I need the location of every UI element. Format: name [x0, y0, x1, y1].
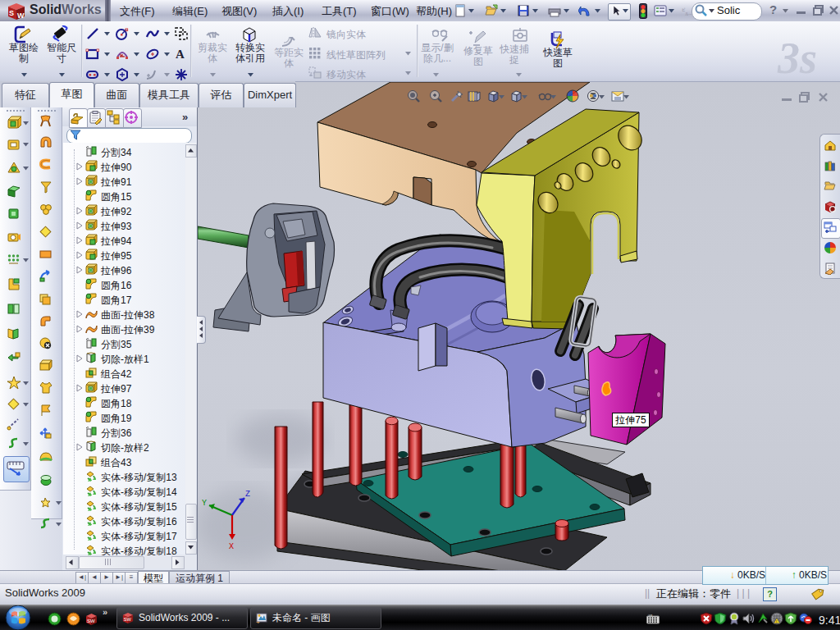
svg-text:W: W: [17, 11, 25, 20]
svg-text:A: A: [176, 48, 185, 61]
svg-text:S: S: [9, 9, 14, 17]
svg-text:Z: Z: [245, 490, 250, 499]
svg-text:Y: Y: [202, 499, 207, 508]
svg-text:!: !: [776, 619, 777, 624]
svg-text:SW: SW: [87, 619, 95, 623]
svg-text:键盘: 键盘: [647, 614, 653, 617]
svg-text:SW: SW: [124, 617, 132, 622]
svg-text:X: X: [229, 542, 234, 551]
